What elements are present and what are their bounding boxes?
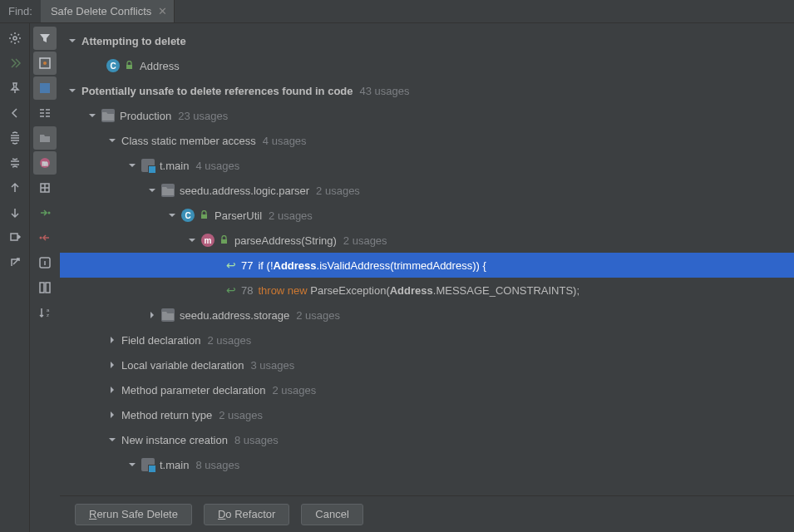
preview-icon[interactable]	[33, 276, 57, 299]
collapse-all-icon[interactable]	[3, 151, 27, 175]
chevron-down-icon	[67, 35, 78, 47]
chevron-right-icon	[106, 384, 118, 396]
lock-icon	[125, 61, 135, 71]
tree-node-production[interactable]: Production 23 usages	[60, 103, 794, 128]
prev-icon[interactable]	[3, 101, 27, 125]
chevron-right-icon	[106, 409, 118, 421]
svg-rect-10	[46, 283, 50, 293]
package-icon	[161, 308, 175, 322]
tree-node-unsafe[interactable]: Potentially unsafe to delete references …	[60, 78, 794, 103]
package-icon	[161, 184, 175, 197]
lock-icon	[219, 235, 229, 245]
svg-text:m: m	[42, 160, 48, 167]
rerun-icon[interactable]	[3, 52, 27, 75]
tree-node-usage-line78[interactable]: ↩ 78 throw new ParseException(Address.ME…	[60, 278, 794, 303]
group-flatten-icon[interactable]	[33, 101, 57, 125]
tree-node-tmain[interactable]: t.main 4 usages	[60, 153, 794, 178]
group-file-icon[interactable]	[33, 176, 57, 200]
tree-node-tmain2[interactable]: t.main 8 usages	[60, 452, 794, 477]
export-icon[interactable]	[3, 226, 27, 249]
class-icon: C	[106, 59, 120, 72]
module-icon	[141, 458, 155, 471]
scope-icon[interactable]	[33, 52, 57, 75]
toolbar-primary	[0, 23, 30, 532]
chevron-down-icon	[146, 185, 158, 196]
tree-node-class-address[interactable]: C Address	[60, 53, 794, 78]
find-label: Find:	[0, 0, 41, 22]
top-bar: Find: Safe Delete Conflicts ✕	[0, 0, 794, 23]
class-icon: C	[181, 209, 195, 222]
chevron-right-icon	[106, 359, 118, 371]
svg-point-0	[13, 37, 17, 40]
svg-rect-15	[221, 239, 227, 244]
tree-node-parseaddress[interactable]: m parseAddress(String) 2 usages	[60, 228, 794, 253]
chevron-down-icon	[67, 85, 78, 96]
tree-node-pkg-parser[interactable]: seedu.address.logic.parser 2 usages	[60, 178, 794, 203]
tree-node-new-instance[interactable]: New instance creation 8 usages	[60, 427, 794, 452]
return-icon: ↩	[226, 259, 236, 272]
tree-node-attempting[interactable]: Attempting to delete	[60, 28, 794, 53]
open-new-icon[interactable]	[3, 251, 27, 274]
arrow-up-icon[interactable]	[3, 176, 27, 200]
chevron-down-icon	[106, 434, 118, 446]
svg-text:z: z	[47, 313, 49, 318]
button-bar: Rerun Safe Delete Do Refactor Cancel	[60, 495, 794, 532]
module-icon	[141, 159, 155, 172]
group-module-icon[interactable]	[33, 76, 57, 100]
tree-node-class-static[interactable]: Class static member access 4 usages	[60, 128, 794, 153]
results-tree[interactable]: Attempting to delete C Address Potential…	[60, 23, 794, 495]
expand-all-icon[interactable]	[3, 126, 27, 150]
rerun-safe-delete-button[interactable]: Rerun Safe Delete	[75, 504, 192, 525]
svg-rect-9	[40, 283, 44, 293]
chevron-down-icon	[166, 209, 178, 221]
filter-icon[interactable]	[33, 27, 57, 50]
svg-rect-3	[40, 83, 50, 93]
pin-icon[interactable]	[3, 76, 27, 100]
chevron-right-icon	[106, 334, 118, 346]
autoscroll-source-icon[interactable]	[33, 201, 57, 224]
tree-node-parserutil[interactable]: C ParserUtil 2 usages	[60, 203, 794, 228]
info-icon[interactable]	[33, 251, 57, 274]
chevron-down-icon	[126, 160, 138, 171]
svg-point-6	[48, 212, 51, 214]
svg-rect-14	[201, 214, 207, 219]
svg-point-7	[40, 237, 42, 239]
method-icon: m	[201, 234, 215, 247]
do-refactor-button[interactable]: Do Refactor	[204, 504, 289, 525]
svg-rect-13	[126, 65, 132, 69]
find-tab[interactable]: Safe Delete Conflicts ✕	[41, 0, 175, 22]
close-icon[interactable]: ✕	[158, 5, 167, 17]
tree-node-pkg-storage[interactable]: seedu.address.storage 2 usages	[60, 303, 794, 328]
chevron-down-icon	[86, 110, 98, 121]
tree-node-local-var[interactable]: Local variable declaration 3 usages	[60, 352, 794, 377]
toolbar-secondary: m az	[30, 23, 60, 532]
group-directory-icon[interactable]	[33, 126, 57, 150]
cancel-button[interactable]: Cancel	[301, 504, 362, 525]
tree-node-field-decl[interactable]: Field declaration 2 usages	[60, 328, 794, 352]
tree-node-method-ret[interactable]: Method return type 2 usages	[60, 402, 794, 427]
folder-icon	[101, 109, 115, 122]
chevron-down-icon	[126, 459, 138, 470]
settings-icon[interactable]	[3, 27, 27, 50]
tree-node-method-param[interactable]: Method parameter declaration 2 usages	[60, 377, 794, 402]
svg-point-2	[43, 62, 47, 65]
arrow-down-icon[interactable]	[3, 201, 27, 224]
autoscroll-from-icon[interactable]	[33, 226, 57, 249]
return-icon: ↩	[226, 283, 236, 297]
chevron-down-icon	[106, 135, 118, 146]
lock-icon	[200, 210, 210, 220]
sort-alpha-icon[interactable]: az	[33, 301, 57, 324]
tab-title: Safe Delete Conflicts	[51, 5, 151, 17]
group-package-icon[interactable]: m	[33, 151, 57, 175]
chevron-right-icon	[146, 309, 158, 321]
tree-node-usage-line77[interactable]: ↩ 77 if (!Address.isValidAddress(trimmed…	[60, 253, 794, 278]
chevron-down-icon	[186, 234, 198, 246]
